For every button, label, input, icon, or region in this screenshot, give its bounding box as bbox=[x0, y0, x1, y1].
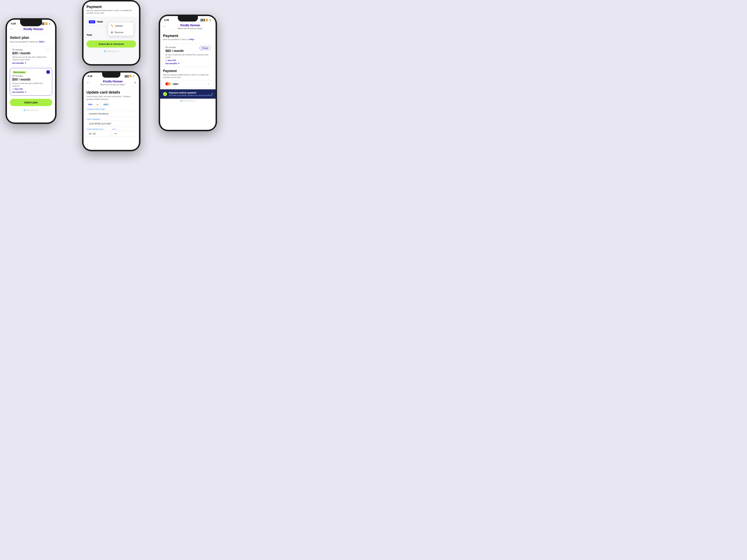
phone1-footer-url: kindlyhuman.com bbox=[7, 108, 55, 112]
phone3-notch bbox=[102, 73, 120, 78]
plan60-benefits[interactable]: See benefits ∨ bbox=[12, 91, 50, 93]
toast-success-icon: ✓ bbox=[163, 92, 167, 96]
plan-60min-card[interactable]: Most popular 60 minutes $50 / month An h… bbox=[10, 68, 52, 96]
plan60-desc: An hour of talk time with certified Peer… bbox=[12, 82, 50, 87]
phone3-time: 4:28 bbox=[87, 75, 92, 78]
mc-circle-right bbox=[167, 82, 171, 85]
phone1-page-title: Select plan bbox=[7, 34, 55, 41]
phone4-card-row: *4567 ⋮ bbox=[163, 80, 213, 88]
popular-badge: Most popular bbox=[12, 71, 27, 74]
phone3-status-icons: ▐▐▐ 🛜 🔋 bbox=[124, 75, 135, 77]
phone3-cvc-input[interactable]: ••• bbox=[112, 131, 136, 137]
phone4-card-menu-button[interactable]: ⋮ bbox=[207, 82, 210, 86]
dropdown-update-label: Update bbox=[115, 24, 123, 27]
phone4-app-title: Kindly Human bbox=[168, 24, 213, 27]
phone3-back-button[interactable]: ← bbox=[86, 81, 90, 85]
plan60-duration: 60 minutes bbox=[12, 75, 50, 77]
phone3-card-brands: VISA ●● AMEX bbox=[83, 103, 139, 108]
number-required-marker: * bbox=[101, 118, 101, 120]
cvc-required-marker: * bbox=[117, 128, 117, 130]
phone3-update-title: Update card details bbox=[83, 89, 139, 95]
phone3-cvc-col: CVC * ••• bbox=[112, 128, 136, 138]
mc-brand: ●● bbox=[95, 103, 101, 106]
phone2-dropdown: ✏️ Update 🗑 Remove bbox=[108, 22, 133, 36]
visa-brand: VISA bbox=[86, 103, 94, 106]
phone3-expiry-input[interactable]: 03 / 26 bbox=[86, 131, 110, 137]
plan-30min-card[interactable]: 30 minutes $30 / month Half an hour of t… bbox=[10, 46, 52, 66]
phone4-status-icons: ▐▐▐ 🛜 🔋 bbox=[200, 19, 211, 21]
dropdown-update-item[interactable]: ✏️ Update bbox=[108, 23, 133, 29]
phone4-footer-url: kindlyhuman.com bbox=[160, 99, 215, 103]
battery-icon: 🔋 bbox=[48, 22, 51, 25]
phone2-visa-logo: VISA bbox=[89, 20, 95, 23]
phone4-payment-section-desc: Add your payment details below in order … bbox=[160, 74, 215, 80]
phone3-screen: 4:28 ▐▐▐ 🛜 🔋 ← Kindly Human Where can we… bbox=[83, 73, 139, 150]
phone3-form-row: CARD EXPIRATION * 03 / 26 CVC * ••• bbox=[83, 128, 139, 138]
scene: 4:28 ▐▐▐ 🛜 🔋 ← Kindly Human Select plan … bbox=[0, 0, 233, 175]
amex-brand: AMEX bbox=[102, 103, 110, 106]
phone4-card-number: *4567 bbox=[172, 83, 207, 85]
chevron-down-icon-2: ∨ bbox=[25, 91, 26, 93]
plan60-price: $50 / month bbox=[12, 78, 50, 81]
phone4-back-button[interactable]: ← bbox=[163, 25, 166, 28]
phone1-back-button[interactable]: ← bbox=[10, 27, 13, 31]
trash-icon: 🗑 bbox=[111, 31, 113, 34]
battery-icon-3: 🔋 bbox=[132, 75, 135, 77]
subscribe-checkout-button[interactable]: Subscribe & Checkout bbox=[86, 41, 136, 48]
plan30-price: $30 / month bbox=[12, 51, 50, 55]
phone4-header: ← Kindly Human Where can we help you tod… bbox=[160, 22, 215, 31]
phone3-subtitle: Where can we help you today? bbox=[91, 84, 134, 86]
phone4-notch bbox=[178, 16, 198, 22]
phone-payment-dropdown: Payment Add your payment details below i… bbox=[82, 0, 140, 65]
phone1-header-center: Kindly Human bbox=[15, 27, 52, 31]
phone4-payment-title: Payment bbox=[160, 33, 215, 38]
phone2-footer-url: kindlyhuman.com bbox=[83, 49, 139, 53]
phone4-mc-logo bbox=[165, 82, 171, 86]
phone4-faq-link[interactable]: FAQs bbox=[189, 38, 194, 41]
phone3-header-center: Kindly Human Where can we help you today… bbox=[91, 80, 134, 86]
toast-desc: You have successfully updated your payme… bbox=[169, 95, 212, 97]
phone4-payment-subtitle: Have any questions? Check our FAQs → bbox=[160, 38, 215, 42]
phone1-app-title: Kindly Human bbox=[15, 27, 52, 31]
dropdown-remove-item[interactable]: 🗑 Remove bbox=[108, 29, 133, 35]
phone4-header-center: Kindly Human Where can we help you today… bbox=[168, 24, 213, 29]
signal-icon-3: ▐▐▐ bbox=[124, 75, 128, 77]
chevron-down-icon-4: ∨ bbox=[178, 62, 179, 64]
phone3-menu-icon[interactable]: ≡ bbox=[134, 81, 136, 84]
plan30-benefits[interactable]: See benefits ∨ bbox=[12, 62, 50, 64]
phone4-plan-card: 90 minutes $60 / month An hour of talk t… bbox=[163, 44, 213, 67]
phone4-payment-section-title: Payment bbox=[160, 69, 215, 74]
wifi-icon-4: 🛜 bbox=[205, 19, 208, 21]
phone3-expiry-col: CARD EXPIRATION * 03 / 26 bbox=[86, 128, 110, 138]
select-plan-button[interactable]: Select plan bbox=[10, 99, 52, 106]
plan60-check: ✓ bbox=[47, 70, 50, 74]
phone2-payment-desc: Add your payment details below in order … bbox=[83, 9, 139, 16]
faq-prefix: Have any questions? Check our bbox=[10, 41, 38, 43]
phone4-arrow: → bbox=[195, 38, 197, 41]
phone4-time: 4:28 bbox=[164, 19, 169, 21]
phone1-notch bbox=[20, 20, 42, 26]
phone4-toast: ✓ Payment method updated! You have succe… bbox=[160, 89, 215, 99]
phone4-subtitle: Where can we help you today? bbox=[168, 28, 213, 29]
phone3-number-label: CARD NUMBER * bbox=[83, 118, 139, 121]
phone4-plan-desc: An hour of talk time with certified Peer… bbox=[165, 54, 210, 59]
toast-close-button[interactable]: ✕ bbox=[211, 92, 213, 96]
phone3-cvc-label: CVC * bbox=[112, 128, 136, 131]
toast-content: Payment method updated! You have success… bbox=[169, 91, 212, 97]
phone4-plan-benefits[interactable]: See benefits ∨ bbox=[165, 62, 210, 64]
phone3-number-input[interactable]: 1234 56789 0123 4567 bbox=[86, 121, 136, 127]
phone4-change-button[interactable]: Change bbox=[200, 46, 210, 50]
phone3-update-desc: Lorem ipsum dolor sit amet consectetur. … bbox=[83, 95, 139, 103]
chevron-down-icon: ∨ bbox=[25, 62, 26, 64]
edit-icon: ✏️ bbox=[111, 24, 113, 27]
signal-icon-4: ▐▐▐ bbox=[200, 19, 205, 21]
phone3-name-input[interactable]: Lizaveta Yermakova bbox=[86, 111, 136, 117]
expiry-required-marker: * bbox=[103, 128, 104, 130]
plan60-save: ✓ Save 15% bbox=[12, 88, 50, 90]
phone2-screen: Payment Add your payment details below i… bbox=[83, 1, 139, 64]
phone-payment-success: 4:28 ▐▐▐ 🛜 🔋 ← Kindly Human Where can we… bbox=[159, 15, 217, 131]
phone1-page-subtitle: Have any questions? Check our FAQ's bbox=[7, 41, 55, 45]
phone2-payment-title: Payment bbox=[83, 4, 139, 9]
phone-select-plan: 4:28 ▐▐▐ 🛜 🔋 ← Kindly Human Select plan … bbox=[5, 18, 56, 124]
faq-link[interactable]: FAQ's bbox=[39, 41, 45, 43]
